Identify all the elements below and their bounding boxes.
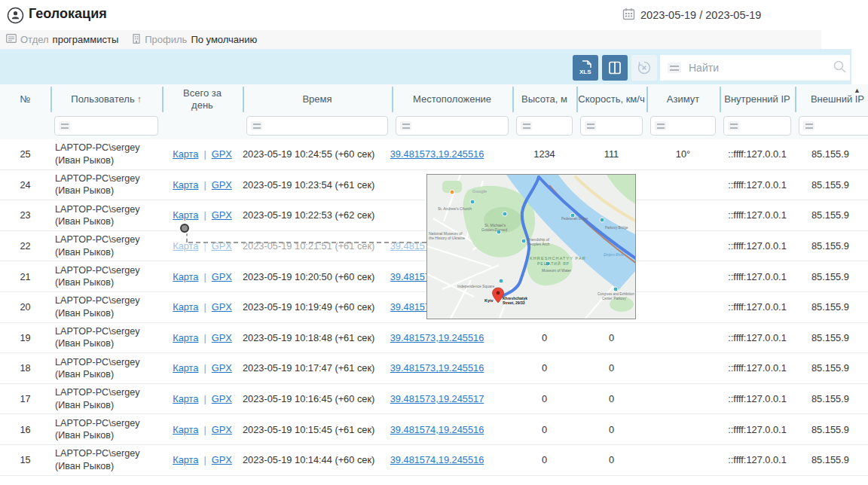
- map-link[interactable]: Карта: [173, 301, 198, 313]
- cell-location: 39.481574,19.245516: [392, 414, 512, 444]
- table-row: 19LAPTOP-PC\sergey(Иван Рыков)Карта|GPX2…: [0, 323, 868, 354]
- filter-input-speed[interactable]: [600, 120, 638, 131]
- map-label: Street, 29/33: [503, 300, 525, 305]
- location-link[interactable]: 39.481574,19.245516: [390, 424, 484, 435]
- filter-operator-icon[interactable]: [655, 121, 666, 130]
- user-computer-name: LAPTOP-PC\sergey: [55, 325, 139, 337]
- cell-time: 2023-05-19 10:20:50 (+60 сек): [243, 261, 392, 291]
- filter-input-iip[interactable]: [743, 120, 787, 131]
- column-header-num[interactable]: №: [0, 84, 50, 114]
- search-input[interactable]: [689, 62, 825, 74]
- date-range-picker[interactable]: 2023-05-19 / 2023-05-19: [622, 8, 761, 23]
- filter-operator-icon[interactable]: [585, 121, 596, 130]
- filter-operator-icon[interactable]: [400, 121, 411, 130]
- user-display-name: (Иван Рыков): [55, 368, 114, 380]
- filter-operator-icon[interactable]: [251, 121, 262, 130]
- map-link[interactable]: Карта: [173, 209, 198, 221]
- breadcrumb: Отдел программисты Профиль По умолчанию: [0, 30, 821, 49]
- cell-altitude: 0: [512, 414, 576, 444]
- location-link[interactable]: 39.481573,19.245517: [390, 393, 484, 404]
- filter-input-time[interactable]: [266, 120, 384, 131]
- cell-azimuth: [646, 170, 720, 200]
- column-header-speed[interactable]: Скорость, км/ч: [576, 84, 646, 114]
- table-toolbar: XLS: [0, 49, 851, 84]
- gpx-link[interactable]: GPX: [212, 454, 232, 465]
- filter-input-eip[interactable]: [818, 120, 868, 131]
- cell-user: LAPTOP-PC\sergey(Иван Рыков): [50, 170, 162, 200]
- gpx-link[interactable]: GPX: [212, 301, 232, 313]
- calendar-icon: [622, 8, 635, 23]
- column-header-loc[interactable]: Местоположение: [392, 84, 512, 114]
- map-link[interactable]: Карта: [173, 179, 198, 191]
- user-computer-name: LAPTOP-PC\sergey: [55, 233, 139, 246]
- cell-speed: 0: [576, 384, 646, 414]
- cell-time: 2023-05-19 10:17:47 (+61 сек): [243, 353, 392, 383]
- gpx-link[interactable]: GPX: [212, 332, 232, 343]
- column-header-alt[interactable]: Высота, м: [512, 84, 576, 114]
- location-link[interactable]: 39.481573,19.245516: [390, 332, 484, 343]
- column-header-user[interactable]: Пользователь↑: [50, 84, 162, 114]
- filter-field-eip: [799, 116, 868, 136]
- cell-location: 39.481573,19.245516: [392, 139, 512, 169]
- map-link[interactable]: Карта: [173, 362, 198, 374]
- cell-day-links: Карта|GPX: [162, 323, 243, 353]
- cell-user: LAPTOP-PC\sergey(Иван Рыков): [50, 261, 162, 291]
- table-row: 15LAPTOP-PC\sergey(Иван Рыков)Карта|GPX2…: [0, 445, 868, 476]
- reset-filters-button[interactable]: [631, 55, 657, 81]
- gpx-link[interactable]: GPX: [212, 362, 232, 374]
- filter-operator-icon[interactable]: [521, 121, 532, 130]
- filter-cell-iip: [720, 114, 795, 139]
- cell-external-ip: 85.155.9: [795, 384, 868, 414]
- cell-internal-ip: ::ffff:127.0.0.1: [720, 323, 795, 353]
- location-link[interactable]: 39.481573,19.245516: [390, 148, 484, 160]
- gpx-link[interactable]: GPX: [212, 148, 232, 160]
- column-header-azimuth[interactable]: Азимут: [646, 84, 720, 114]
- cell-number: 25: [0, 139, 50, 169]
- filter-input-azimuth[interactable]: [670, 120, 711, 131]
- cell-azimuth: [646, 200, 720, 230]
- cell-internal-ip: ::ffff:127.0.0.1: [720, 445, 795, 475]
- cell-day-links: Карта|GPX: [162, 170, 243, 200]
- cell-time: 2023-05-19 10:16:45 (+60 сек): [243, 384, 392, 414]
- gpx-link[interactable]: GPX: [212, 393, 232, 404]
- cell-day-links: Карта|GPX: [162, 200, 243, 230]
- gpx-link[interactable]: GPX: [212, 271, 232, 282]
- cell-altitude: 0: [512, 353, 576, 383]
- map-link[interactable]: Карта: [173, 271, 198, 282]
- map-link[interactable]: Карта: [173, 393, 198, 404]
- column-header-iip[interactable]: Внутренний IP: [720, 84, 795, 114]
- breadcrumb-department[interactable]: Отдел программисты: [6, 34, 118, 45]
- column-header-time[interactable]: Время: [243, 84, 392, 114]
- filter-input-loc[interactable]: [415, 120, 504, 131]
- export-xls-button[interactable]: XLS: [573, 55, 598, 81]
- map-link[interactable]: Карта: [173, 332, 198, 343]
- location-link[interactable]: 39.481574,19.245516: [390, 454, 484, 465]
- filter-operator-icon[interactable]: [59, 121, 70, 130]
- filter-input-user[interactable]: [74, 120, 154, 131]
- gpx-link[interactable]: GPX: [212, 424, 232, 435]
- filter-operator-icon[interactable]: [728, 121, 739, 130]
- filter-operator-icon[interactable]: [803, 121, 815, 130]
- map-link[interactable]: Карта: [173, 148, 198, 160]
- gpx-link[interactable]: GPX: [212, 179, 232, 191]
- gpx-link[interactable]: GPX: [212, 209, 232, 221]
- map-link[interactable]: Карта: [173, 424, 198, 435]
- scroll-up-arrow[interactable]: ▲: [854, 87, 860, 94]
- column-chooser-button[interactable]: [602, 55, 628, 81]
- filter-field-azimuth: [650, 116, 716, 136]
- search-mode-icon[interactable]: [668, 63, 681, 73]
- filter-cell-num: [0, 114, 50, 139]
- cell-external-ip: 85.155.9: [795, 139, 868, 169]
- cell-user: LAPTOP-PC\sergey(Иван Рыков): [50, 353, 162, 383]
- cell-user: LAPTOP-PC\sergey(Иван Рыков): [50, 139, 162, 169]
- column-label: Всего за день: [179, 87, 226, 112]
- location-link[interactable]: 39.481573,19.245516: [390, 362, 484, 374]
- filter-input-alt[interactable]: [536, 120, 568, 131]
- page-title: Геолокация: [29, 6, 107, 22]
- breadcrumb-profile[interactable]: Профиль По умолчанию: [132, 34, 257, 46]
- cell-internal-ip: ::ffff:127.0.0.1: [720, 200, 795, 230]
- column-header-links[interactable]: Всего за день: [162, 84, 243, 114]
- map-link[interactable]: Карта: [173, 454, 198, 465]
- tooltip-connector-horizontal: [188, 242, 426, 243]
- link-separator: |: [203, 332, 206, 343]
